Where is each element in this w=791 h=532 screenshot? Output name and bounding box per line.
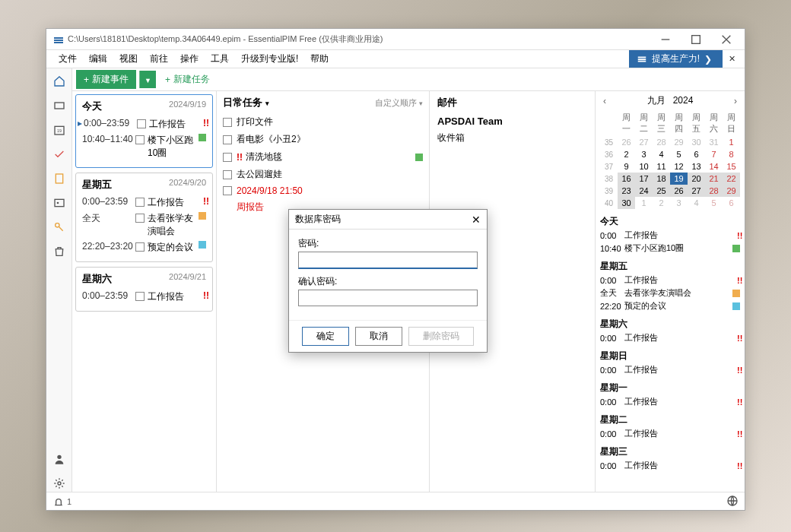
event-row[interactable]: ▸0:00–23:59工作报告!! [82, 118, 206, 131]
task-checkbox[interactable] [223, 186, 232, 195]
sidebar-contacts[interactable] [51, 97, 68, 114]
task-row[interactable]: 2024/9/18 21:50 [223, 185, 423, 196]
calendar-day[interactable]: 20 [688, 173, 705, 185]
calendar-day[interactable]: 4 [653, 148, 670, 160]
tasks-sort[interactable]: 自定义顺序 ▾ [375, 97, 423, 109]
calendar-day[interactable]: 12 [670, 160, 688, 173]
ok-button[interactable]: 确定 [302, 327, 349, 346]
calendar-day[interactable]: 3 [670, 197, 688, 209]
calendar-day[interactable]: 2 [618, 148, 635, 160]
sidebar-tasks[interactable] [51, 146, 68, 163]
event-checkbox[interactable] [135, 292, 145, 301]
sidebar-settings[interactable] [51, 475, 68, 492]
notification-bell[interactable]: 1 [52, 496, 71, 508]
confirm-input[interactable] [298, 290, 478, 306]
task-row[interactable]: 打印文件 [223, 116, 423, 128]
sidebar-notes[interactable] [51, 170, 68, 187]
agenda-row[interactable]: 0:00工作报告!! [600, 460, 740, 471]
calendar-day[interactable]: 5 [670, 148, 688, 160]
delete-password-button[interactable]: 删除密码 [408, 327, 474, 346]
calendar-day[interactable]: 15 [723, 160, 740, 173]
task-row[interactable]: !!清洗地毯 [223, 150, 423, 163]
calendar-day[interactable]: 24 [635, 185, 653, 197]
new-event-dropdown[interactable]: ▼ [139, 71, 156, 88]
calendar-day[interactable]: 1 [723, 136, 740, 148]
calendar-day[interactable]: 3 [635, 148, 653, 160]
menu-tools[interactable]: 工具 [205, 50, 235, 68]
task-checkbox[interactable] [223, 135, 232, 144]
calendar-day[interactable]: 11 [653, 160, 670, 173]
dialog-close[interactable]: ✕ [472, 214, 481, 226]
calendar-day[interactable]: 1 [635, 197, 653, 209]
event-checkbox[interactable] [135, 198, 145, 207]
calendar-day[interactable]: 30 [688, 136, 705, 148]
event-row[interactable]: 10:40–11:40楼下小区跑10圈 [82, 134, 206, 160]
calendar-day[interactable]: 8 [723, 148, 740, 160]
cal-next[interactable]: › [731, 96, 740, 106]
promo-banner[interactable]: 提高生产力! ❯ [629, 50, 723, 68]
agenda-row[interactable]: 0:00工作报告!! [600, 230, 740, 241]
calendar-day[interactable]: 17 [635, 173, 653, 185]
cal-prev[interactable]: ‹ [600, 96, 609, 106]
maximize-button[interactable] [681, 30, 711, 49]
event-row[interactable]: 22:20–23:20预定的会议 [82, 241, 206, 254]
calendar-day[interactable]: 4 [688, 197, 705, 209]
menu-action[interactable]: 操作 [174, 50, 205, 68]
cancel-button[interactable]: 取消 [355, 327, 402, 346]
calendar-day[interactable]: 13 [688, 160, 705, 173]
calendar-day[interactable]: 29 [723, 185, 740, 197]
calendar-day[interactable]: 16 [618, 173, 635, 185]
calendar-day[interactable]: 18 [653, 173, 670, 185]
calendar-day[interactable]: 21 [705, 173, 723, 185]
sidebar-home[interactable] [51, 73, 68, 90]
calendar-day[interactable]: 26 [618, 136, 635, 148]
menu-view[interactable]: 视图 [113, 50, 144, 68]
calendar-day[interactable]: 27 [688, 185, 705, 197]
calendar-day[interactable]: 7 [705, 148, 723, 160]
calendar-day[interactable]: 28 [653, 136, 670, 148]
event-row[interactable]: 全天去看张学友演唱会 [82, 212, 206, 238]
menu-file[interactable]: 文件 [52, 50, 83, 68]
calendar-day[interactable]: 2 [653, 197, 670, 209]
calendar-day[interactable]: 26 [670, 185, 688, 197]
mail-team[interactable]: APSDAI Team [437, 116, 587, 127]
calendar-day[interactable]: 6 [723, 197, 740, 209]
new-task-button[interactable]: +新建任务 [159, 70, 216, 89]
calendar-day[interactable]: 28 [705, 185, 723, 197]
event-checkbox[interactable] [135, 242, 145, 252]
agenda-row[interactable]: 0:00工作报告!! [600, 274, 740, 286]
agenda-row[interactable]: 0:00工作报告!! [600, 332, 740, 344]
sidebar-user[interactable] [51, 451, 68, 467]
agenda-row[interactable]: 0:00工作报告!! [600, 364, 740, 375]
event-checkbox[interactable] [135, 135, 145, 144]
cal-month[interactable]: 九月 2024 [647, 94, 694, 107]
globe-icon[interactable] [726, 495, 739, 508]
calendar-day[interactable]: 31 [705, 136, 723, 148]
mail-inbox[interactable]: 收件箱 [437, 131, 587, 144]
calendar-day[interactable]: 27 [635, 136, 653, 148]
task-row[interactable]: 去公园遛娃 [223, 168, 423, 181]
task-checkbox[interactable] [223, 118, 232, 127]
task-checkbox[interactable] [223, 170, 232, 179]
menu-goto[interactable]: 前往 [144, 50, 174, 68]
event-row[interactable]: 0:00–23:59工作报告!! [82, 196, 206, 209]
agenda-row[interactable]: 全天去看张学友演唱会 [600, 287, 740, 299]
calendar-day[interactable]: 23 [618, 185, 635, 197]
event-checkbox[interactable] [137, 119, 146, 128]
agenda-row[interactable]: 10:40楼下小区跑10圈 [600, 242, 740, 254]
sidebar-password[interactable] [51, 219, 68, 236]
new-event-button[interactable]: +新建事件 [76, 70, 136, 89]
calendar-day[interactable]: 29 [670, 136, 688, 148]
calendar-day[interactable]: 25 [653, 185, 670, 197]
sidebar-trash[interactable] [51, 243, 68, 260]
task-row[interactable]: 看电影《小丑2》 [223, 133, 423, 146]
sidebar-calendar[interactable]: 19 [51, 122, 68, 138]
agenda-row[interactable]: 0:00工作报告!! [600, 428, 740, 439]
menu-help[interactable]: 帮助 [304, 50, 335, 68]
minimize-button[interactable] [650, 30, 681, 49]
calendar-day[interactable]: 22 [723, 173, 740, 185]
task-checkbox[interactable] [223, 153, 232, 162]
close-button[interactable] [711, 30, 742, 49]
calendar-day[interactable]: 14 [705, 160, 723, 173]
calendar-day[interactable]: 6 [688, 148, 705, 160]
